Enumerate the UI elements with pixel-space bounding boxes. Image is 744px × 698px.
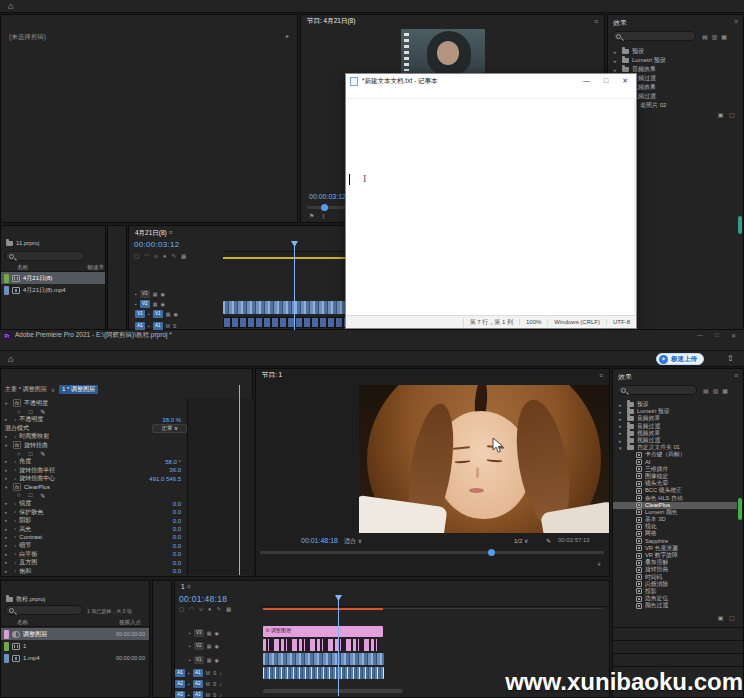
property-value[interactable]: 0.0 (173, 568, 187, 574)
pen-mask-icon[interactable]: ✎ (40, 408, 45, 415)
property-value[interactable]: 36.0 (169, 467, 187, 473)
stopwatch-icon[interactable]: ◔ (13, 476, 16, 482)
rect-mask-icon[interactable]: □ (29, 492, 33, 498)
source-patch[interactable]: A3 (175, 691, 185, 698)
adjustment-layer-clip[interactable]: fx 调整图层 (263, 626, 383, 637)
track-visibility-icon[interactable]: ◉ (215, 643, 219, 649)
lock-icon[interactable]: ▪ (188, 681, 190, 687)
program-scrubber[interactable] (260, 551, 604, 554)
track-header[interactable]: A3 ▪ A3 M S ♪ (175, 689, 261, 698)
fit-dropdown[interactable]: 适合 ∨ (344, 537, 362, 546)
stopwatch-icon[interactable]: ◔ (13, 509, 16, 515)
twirl-icon[interactable]: ▾ (5, 401, 10, 406)
track-header[interactable]: V1▪V1▦◉ (135, 310, 178, 318)
label-color-swatch[interactable] (4, 286, 9, 295)
project-file[interactable]: 教程.prproj (6, 595, 45, 604)
add-marker-button[interactable]: ⚑ (309, 212, 314, 219)
mute-button[interactable]: M (206, 692, 210, 698)
video-clip-v1[interactable] (263, 653, 384, 665)
program-tab[interactable]: 节目: 1 (262, 371, 282, 380)
track-visibility-icon[interactable]: ◉ (215, 657, 219, 663)
timeline-timecode[interactable]: 00:01:48:18 (179, 594, 227, 604)
docked-panel-tab[interactable] (613, 653, 743, 666)
timeline-timecode[interactable]: 00:00:03:12 (134, 240, 180, 249)
filter-yuv-icon[interactable]: ▦ (721, 33, 727, 40)
twirl-icon[interactable]: ▸ (5, 459, 10, 464)
mark-in-button[interactable]: { (322, 213, 324, 219)
track-header[interactable]: ▪V2▦◉ (135, 300, 165, 308)
project-file[interactable]: 11.prproj (6, 240, 39, 246)
expand-icon[interactable]: ▸ (619, 409, 624, 415)
ellipse-mask-icon[interactable]: ○ (17, 492, 21, 498)
effects-tree-item[interactable]: 图像稳定 (613, 473, 737, 480)
rect-mask-icon[interactable]: □ (29, 409, 33, 415)
track-target-button[interactable]: A1 (193, 669, 203, 677)
track-target-button[interactable]: A2 (193, 680, 203, 688)
scrollbar-handle[interactable] (738, 216, 742, 234)
twirl-icon[interactable]: ▸ (5, 434, 10, 439)
twirl-icon[interactable]: ▸ (5, 510, 10, 515)
twirl-icon[interactable]: ▸ (5, 527, 10, 532)
snap-icon[interactable]: ▢ (179, 606, 184, 612)
effects-tree-item[interactable]: 边角定位 (613, 595, 737, 602)
effects-tree-item[interactable]: 三维插件 (613, 466, 737, 473)
label-color-swatch[interactable] (4, 630, 9, 639)
minimize-button[interactable]: — (583, 77, 590, 85)
source-patch[interactable]: A1 (175, 669, 185, 677)
mute-button[interactable]: M (206, 681, 210, 687)
upload-button[interactable]: ✦ 极速上传 (656, 353, 704, 365)
pen-mask-icon[interactable]: ✎ (40, 450, 45, 457)
effects-tree-item[interactable]: VR 数字故障 (613, 552, 737, 559)
property-value[interactable]: 0.0 (173, 551, 187, 557)
docked-panel-tab[interactable] (613, 640, 743, 653)
track-target-button[interactable]: V1 (194, 656, 204, 664)
track-header[interactable]: ▪ V1 ▦ ◉ (175, 653, 261, 667)
close-button[interactable]: ✕ (731, 332, 736, 339)
effects-tree-item[interactable]: ▸ 音频过渡 (613, 423, 737, 430)
sync-lock-icon[interactable]: ▦ (207, 657, 212, 663)
project-item[interactable]: 1.mp4 00:00:00:00 (1, 652, 149, 664)
rect-mask-icon[interactable]: □ (29, 451, 33, 457)
sequence-clip-label[interactable]: 1 * 调整图层 (59, 385, 98, 394)
stopwatch-icon[interactable]: ◔ (13, 459, 16, 465)
sequence-tab[interactable]: 4月21日(8) ≡ (135, 229, 173, 238)
marker-icon[interactable]: ● (208, 606, 211, 612)
marker-icon[interactable]: ● (163, 253, 166, 259)
column-name[interactable]: 名称 (1, 264, 28, 271)
property-value[interactable]: 0.0 (173, 560, 187, 566)
property-value[interactable]: 正常 ∨ (152, 424, 187, 433)
fx-badge-icon[interactable]: fx (13, 483, 21, 491)
stopwatch-icon[interactable]: ◔ (13, 543, 16, 549)
expand-icon[interactable]: ▸ (619, 416, 624, 422)
fragmented-clips-v2[interactable] (263, 639, 379, 651)
twirl-icon[interactable]: ▾ (5, 485, 10, 490)
stopwatch-icon[interactable]: ◔ (13, 501, 16, 507)
twirl-icon[interactable]: ▸ (5, 468, 10, 473)
magnet-icon[interactable]: ◠ (144, 253, 149, 259)
snap-icon[interactable]: ▢ (134, 253, 139, 259)
new-bin-icon[interactable]: ▣ (718, 614, 724, 621)
sync-lock-icon[interactable]: ▦ (207, 630, 212, 636)
window-titlebar[interactable]: Pr Adobe Premiere Pro 2021 - E:\(阿辉剪辑)\教… (0, 330, 744, 341)
effects-tree-item[interactable]: 颜色过渡 (613, 602, 737, 609)
keyframe-lane[interactable] (187, 399, 253, 575)
label-color-swatch[interactable] (4, 274, 9, 283)
twirl-icon[interactable]: ▸ (5, 543, 10, 548)
effect-property-row[interactable]: ▸ ◔ 旋转扭曲中心 491.0 546.5 (1, 475, 187, 483)
lock-icon[interactable]: ▪ (189, 643, 191, 649)
effect-property-row[interactable]: ▾ fx 旋转扭曲 (1, 441, 187, 449)
home-icon[interactable]: ⌂ (8, 1, 13, 11)
expand-icon[interactable]: ▸ (614, 49, 619, 55)
property-value[interactable]: 0.0 (173, 518, 187, 524)
twirl-icon[interactable]: ▸ (5, 518, 10, 523)
effects-tree-item[interactable]: 网格 (613, 530, 737, 537)
track-visibility-icon[interactable]: ◉ (215, 630, 219, 636)
linked-selection-icon[interactable]: ∪ (199, 606, 203, 612)
scrubber-handle[interactable] (488, 549, 495, 556)
audio-clip-a1[interactable] (263, 667, 384, 679)
property-value[interactable]: 58.0 ° (165, 459, 187, 465)
effects-tree-item[interactable]: ▸ Lumetri 预设 (613, 408, 737, 415)
project-item[interactable]: 调整图层 00:00:00:00 (1, 628, 149, 640)
project-search-input[interactable] (5, 605, 83, 615)
maximize-button[interactable]: □ (604, 77, 608, 85)
